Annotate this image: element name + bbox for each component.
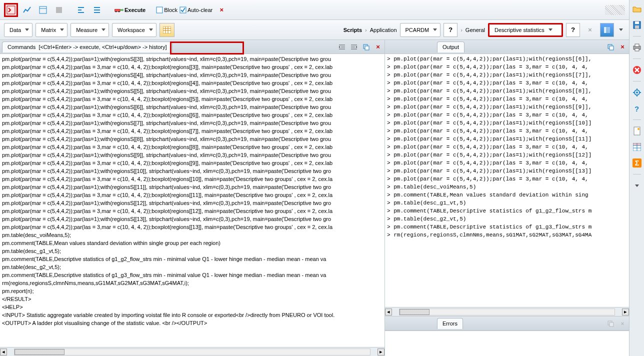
- execute-button[interactable]: Execute: [112, 3, 148, 17]
- terminal-icon[interactable]: Σ: [632, 158, 642, 168]
- svg-point-48: [638, 128, 640, 130]
- commands-tab-label: Commands: [8, 44, 36, 50]
- errors-panel: Errors ×: [385, 316, 629, 356]
- help-stat-button[interactable]: ?: [566, 23, 580, 37]
- application-dropdown[interactable]: PCARDM: [400, 23, 441, 37]
- chevron-down-icon: [433, 28, 437, 31]
- help-icon[interactable]: ?: [632, 104, 642, 114]
- indent-decrease-icon[interactable]: [338, 42, 346, 52]
- chart-button[interactable]: [20, 3, 34, 17]
- toolbar-close-button[interactable]: ×: [214, 3, 228, 17]
- print-icon[interactable]: [632, 42, 642, 52]
- indent-left-button[interactable]: [74, 3, 88, 17]
- commands-tab-hint: [<Ctrl+Enter> -> execute, <Ctrl+up/down>…: [38, 44, 166, 50]
- svg-point-42: [636, 92, 638, 94]
- svg-point-12: [118, 10, 120, 12]
- table-icon[interactable]: [632, 142, 642, 152]
- copy-errors-icon[interactable]: [606, 319, 615, 328]
- svg-rect-21: [607, 27, 610, 33]
- copy-output-icon[interactable]: [606, 42, 615, 52]
- svg-rect-38: [635, 44, 639, 46]
- chevron-down-icon: [548, 28, 552, 31]
- svg-rect-3: [56, 7, 62, 13]
- top-toolbar: Execute Block Auto-clear ×: [0, 0, 629, 20]
- workspace-dropdown[interactable]: Workspace: [112, 23, 156, 37]
- svg-text:Σ: Σ: [634, 159, 638, 167]
- svg-point-11: [116, 10, 117, 12]
- chevron-down-icon: [25, 28, 29, 31]
- chevron-down-icon[interactable]: [619, 28, 623, 31]
- svg-rect-1: [40, 6, 46, 14]
- output-hscroll[interactable]: ◂ ▸: [385, 307, 629, 316]
- svg-rect-31: [610, 46, 614, 50]
- statistics-dropdown[interactable]: Descriptive statistics: [488, 23, 563, 37]
- commands-tab[interactable]: Commands [<Ctrl+Enter> -> execute, <Ctrl…: [2, 42, 172, 52]
- output-tab[interactable]: Output: [437, 42, 464, 52]
- errors-viewer[interactable]: [385, 330, 629, 356]
- chevron-down-icon: [149, 28, 153, 31]
- svg-rect-36: [635, 26, 639, 28]
- help-app-button[interactable]: ?: [444, 23, 458, 37]
- output-viewer[interactable]: > pm.plot(par(mar = c(5,4,4,2));par(las=…: [385, 54, 629, 307]
- gear-icon[interactable]: [632, 88, 642, 98]
- svg-rect-39: [635, 48, 639, 51]
- commands-panel: Commands [<Ctrl+Enter> -> execute, <Ctrl…: [0, 40, 385, 356]
- document-icon[interactable]: [632, 126, 642, 136]
- breadcrumb-scripts: Scripts: [344, 27, 362, 33]
- breadcrumb-application: Application: [370, 27, 397, 33]
- close-icon: ×: [220, 6, 224, 14]
- list-button[interactable]: [90, 3, 104, 17]
- right-toolbar: ? Σ: [629, 0, 644, 356]
- error-icon[interactable]: [632, 65, 642, 75]
- breadcrumb-general: General: [466, 27, 485, 33]
- dropdown-toolbar: Data Matrix Measure Workspace Scripts › …: [0, 20, 629, 40]
- svg-rect-20: [604, 27, 606, 33]
- svg-rect-13: [156, 7, 162, 13]
- open-folder-icon[interactable]: [632, 4, 642, 14]
- svg-rect-53: [633, 143, 641, 146]
- svg-rect-15: [163, 26, 171, 34]
- errors-tab[interactable]: Errors: [437, 318, 463, 329]
- autoclear-toggle[interactable]: Auto-clear: [180, 6, 212, 14]
- autoclear-label: Auto-clear: [188, 7, 212, 13]
- chevron-down-icon: [60, 28, 64, 31]
- breadcrumb-separator: ›: [365, 27, 367, 33]
- block-toggle[interactable]: Block: [156, 6, 178, 14]
- chevron-down-icon: [102, 28, 106, 31]
- grid-button[interactable]: [160, 23, 174, 37]
- copy-icon[interactable]: [362, 42, 370, 52]
- save-icon[interactable]: [632, 20, 642, 30]
- panel-toggle-button[interactable]: [600, 23, 614, 37]
- close-output-icon[interactable]: ×: [618, 42, 627, 52]
- layout-button[interactable]: [36, 3, 50, 17]
- data-dropdown[interactable]: Data: [4, 23, 32, 37]
- close-panel-icon[interactable]: ×: [374, 42, 382, 52]
- commands-editor[interactable]: pm.plot(par(mar = c(5,4,4,2));par(las=1)…: [0, 54, 384, 347]
- breadcrumb-separator: ›: [460, 27, 462, 33]
- close-errors-icon[interactable]: ×: [618, 319, 627, 328]
- measure-dropdown[interactable]: Measure: [70, 23, 109, 37]
- indent-increase-icon[interactable]: [350, 42, 358, 52]
- svg-rect-35: [635, 22, 639, 24]
- matrix-dropdown[interactable]: Matrix: [36, 23, 68, 37]
- block-label: Block: [164, 7, 178, 13]
- solid-button[interactable]: [52, 3, 66, 17]
- commands-hscroll[interactable]: ◂ ▸: [0, 347, 384, 356]
- execute-label: Execute: [124, 7, 146, 13]
- expand-icon[interactable]: [632, 180, 642, 190]
- grip-handle[interactable]: [605, 5, 625, 15]
- console-button[interactable]: [4, 3, 18, 17]
- svg-rect-33: [610, 322, 614, 326]
- svg-rect-29: [365, 46, 369, 50]
- remove-button[interactable]: ×: [583, 23, 597, 37]
